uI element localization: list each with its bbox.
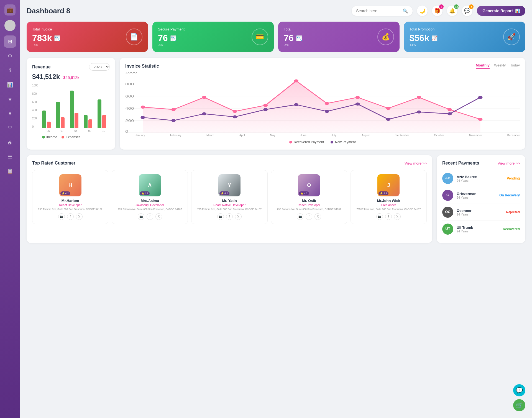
svg-point-31 xyxy=(263,108,268,111)
svg-point-36 xyxy=(417,111,421,114)
payment-info-0: Aziz Bakree 24 Years xyxy=(457,175,503,182)
facebook-icon-1[interactable]: f xyxy=(147,213,153,220)
svg-text:800: 800 xyxy=(125,82,134,86)
customer-address-2: 795 Folsom Ave, Suite 600 San Francisco,… xyxy=(194,208,264,211)
expense-bar-2 xyxy=(75,113,78,128)
svg-text:0: 0 xyxy=(125,129,128,133)
generate-report-button[interactable]: Generate Report 📊 xyxy=(477,6,525,16)
svg-point-33 xyxy=(325,110,329,113)
new-payment-legend: New Payment xyxy=(331,140,356,144)
stat-label-2: Total xyxy=(284,27,302,31)
customer-address-4: 795 Folsom Ave, Suite 600 San Francisco,… xyxy=(354,208,424,211)
sidebar-item-menu[interactable]: ☰ xyxy=(4,151,16,163)
twitter-icon-0[interactable]: 𝕏 xyxy=(76,213,83,220)
search-box[interactable]: 🔍 xyxy=(352,6,413,16)
stat-icon-3: 🚀 xyxy=(503,29,520,45)
sidebar-item-dashboard[interactable]: ⊞ xyxy=(4,35,16,48)
customer-social-1: 📷 f 𝕏 xyxy=(115,213,185,220)
payment-info-2: Oconner 24 Years xyxy=(457,209,503,216)
instagram-icon-0[interactable]: 📷 xyxy=(58,213,65,220)
bar-chart xyxy=(32,84,110,128)
payments-title: Recent Payments xyxy=(442,161,479,166)
customer-address-0: 795 Folsom Ave, Suite 600 San Francisco,… xyxy=(35,208,105,211)
revenue-title: Revenue xyxy=(32,65,51,70)
tab-today[interactable]: Today xyxy=(510,63,520,69)
bar-group-1 xyxy=(56,102,68,128)
customer-avatar-1: A ⭐ 4.2 xyxy=(139,174,161,196)
stat-label-0: Total invoice xyxy=(32,27,60,31)
svg-point-19 xyxy=(263,104,268,107)
svg-text:1000: 1000 xyxy=(125,72,137,74)
customer-role-0: React Developer xyxy=(35,203,105,207)
header: Dashboard 8 🔍 🌙 🎁 2 🔔 12 💬 5 Gen xyxy=(27,6,525,16)
sidebar: 💼 ⊞ ⚙ ℹ 📊 ★ ♥ ♡ 🖨 ☰ 📋 xyxy=(0,0,20,418)
search-icon: 🔍 xyxy=(403,8,408,14)
expense-bar-0 xyxy=(47,122,51,128)
bar-chart-wrapper: 1000 800 600 400 200 0 xyxy=(32,84,110,128)
sidebar-item-settings[interactable]: ⚙ xyxy=(4,50,16,62)
cart-float-btn[interactable]: 🛒 xyxy=(513,399,525,411)
customers-view-more[interactable]: View more >> xyxy=(405,161,427,165)
instagram-icon-1[interactable]: 📷 xyxy=(138,213,144,220)
bell-btn[interactable]: 🔔 12 xyxy=(447,6,457,16)
facebook-icon-2[interactable]: f xyxy=(226,213,233,220)
customer-social-4: 📷 f 𝕏 xyxy=(354,213,424,220)
twitter-icon-4[interactable]: 𝕏 xyxy=(394,213,401,220)
rating-badge-4: ⭐ 4.2 xyxy=(378,191,388,195)
sidebar-logo[interactable]: 💼 xyxy=(4,4,16,16)
page-title: Dashboard 8 xyxy=(27,7,70,15)
sidebar-item-heart[interactable]: ♥ xyxy=(4,107,16,120)
svg-point-18 xyxy=(233,110,237,113)
revenue-amounts: $41,512k $25,612k xyxy=(32,73,110,81)
line-chart-wrapper: 1000 800 600 400 200 0 xyxy=(125,72,520,133)
instagram-icon-3[interactable]: 📷 xyxy=(297,213,303,220)
twitter-icon-3[interactable]: 𝕏 xyxy=(314,213,321,220)
support-float-btn[interactable]: 💬 xyxy=(513,384,525,396)
payment-name-0: Aziz Bakree xyxy=(457,175,503,179)
customers-header: Top Rated Customer View more >> xyxy=(32,161,427,166)
payment-status-0: Pending xyxy=(507,176,520,180)
gift-btn[interactable]: 🎁 2 xyxy=(432,6,443,16)
instagram-icon-4[interactable]: 📷 xyxy=(376,213,383,220)
main-content: Dashboard 8 🔍 🌙 🎁 2 🔔 12 💬 5 Gen xyxy=(20,0,532,418)
user-avatar[interactable] xyxy=(4,20,16,31)
twitter-icon-2[interactable]: 𝕏 xyxy=(235,213,242,220)
sidebar-item-analytics[interactable]: 📊 xyxy=(4,79,16,91)
twitter-icon-1[interactable]: 𝕏 xyxy=(155,213,162,220)
sidebar-item-star[interactable]: ★ xyxy=(4,93,16,105)
search-input[interactable] xyxy=(356,9,400,13)
payment-avatar-3: UT xyxy=(442,224,453,235)
payments-view-more[interactable]: View more >> xyxy=(498,161,520,165)
stat-icon-0: 📄 xyxy=(126,29,142,45)
svg-text:OC: OC xyxy=(445,210,451,214)
facebook-icon-3[interactable]: f xyxy=(306,213,312,220)
sidebar-item-print[interactable]: 🖨 xyxy=(4,136,16,148)
customer-role-2: React Native Developer xyxy=(194,203,264,207)
tab-weekly[interactable]: Weekly xyxy=(494,63,506,69)
svg-point-25 xyxy=(447,108,452,111)
svg-point-29 xyxy=(202,112,206,115)
income-legend: Income xyxy=(42,135,57,139)
svg-point-24 xyxy=(417,96,421,99)
invoice-tabs: Monthly Weekly Today xyxy=(476,63,520,69)
year-select[interactable]: 2023 xyxy=(89,63,110,71)
invoice-x-axis: January February March April May June Ju… xyxy=(125,134,520,137)
sidebar-item-list[interactable]: 📋 xyxy=(4,165,16,177)
bar-group-2 xyxy=(70,91,82,128)
float-buttons: 💬 🛒 xyxy=(513,384,525,411)
tab-monthly[interactable]: Monthly xyxy=(476,63,490,69)
stat-card-left: Total 76 📉 -4% xyxy=(284,27,302,47)
facebook-icon-4[interactable]: f xyxy=(385,213,392,220)
sidebar-item-heart2[interactable]: ♡ xyxy=(4,122,16,134)
stat-change-0: +4% xyxy=(32,43,60,47)
sidebar-item-info[interactable]: ℹ xyxy=(4,64,16,76)
instagram-icon-2[interactable]: 📷 xyxy=(217,213,224,220)
theme-toggle-btn[interactable]: 🌙 xyxy=(417,6,428,16)
bell-badge: 12 xyxy=(454,4,459,9)
facebook-icon-0[interactable]: f xyxy=(67,213,74,220)
chat-btn[interactable]: 💬 5 xyxy=(462,6,472,16)
payment-years-2: 24 Years xyxy=(457,213,503,216)
svg-point-35 xyxy=(386,118,390,121)
svg-point-1 xyxy=(6,28,14,31)
expense-legend: Expenses xyxy=(62,135,80,139)
